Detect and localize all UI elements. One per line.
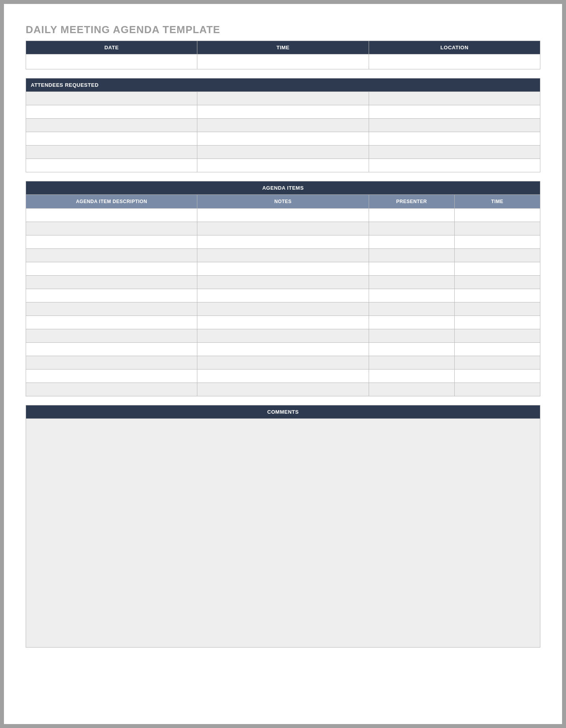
- agenda-cell-description[interactable]: [26, 289, 197, 302]
- agenda-cell-time[interactable]: [454, 235, 540, 249]
- agenda-cell-presenter[interactable]: [369, 356, 454, 370]
- agenda-cell-time[interactable]: [454, 316, 540, 329]
- attendees-cell[interactable]: [369, 92, 540, 105]
- attendees-row: [26, 92, 540, 105]
- agenda-cell-description[interactable]: [26, 249, 197, 262]
- agenda-cell-description[interactable]: [26, 383, 197, 396]
- attendees-cell[interactable]: [26, 132, 197, 146]
- agenda-cell-description[interactable]: [26, 235, 197, 249]
- agenda-cell-description[interactable]: [26, 356, 197, 370]
- attendees-cell[interactable]: [197, 132, 369, 146]
- agenda-cell-description[interactable]: [26, 262, 197, 276]
- location-field[interactable]: [369, 54, 540, 69]
- agenda-cell-notes[interactable]: [197, 370, 369, 383]
- attendees-cell[interactable]: [369, 159, 540, 172]
- attendees-header: ATTENDEES REQUESTED: [26, 78, 540, 91]
- agenda-col-notes: NOTES: [197, 195, 369, 209]
- attendees-cell[interactable]: [197, 119, 369, 132]
- agenda-cell-time[interactable]: [454, 302, 540, 316]
- agenda-row: [26, 235, 540, 249]
- agenda-cell-presenter[interactable]: [369, 235, 454, 249]
- agenda-cell-description[interactable]: [26, 370, 197, 383]
- agenda-row: [26, 262, 540, 276]
- agenda-cell-presenter[interactable]: [369, 302, 454, 316]
- agenda-cell-time[interactable]: [454, 262, 540, 276]
- location-header: LOCATION: [369, 41, 540, 54]
- agenda-cell-time[interactable]: [454, 222, 540, 235]
- agenda-row: [26, 249, 540, 262]
- attendees-cell[interactable]: [26, 105, 197, 119]
- attendees-cell[interactable]: [369, 132, 540, 146]
- time-header: TIME: [197, 41, 369, 54]
- agenda-cell-notes[interactable]: [197, 262, 369, 276]
- agenda-cell-time[interactable]: [454, 289, 540, 302]
- attendees-cell[interactable]: [369, 105, 540, 119]
- agenda-cell-presenter[interactable]: [369, 316, 454, 329]
- agenda-table: AGENDA ITEM DESCRIPTION NOTES PRESENTER …: [26, 194, 540, 396]
- agenda-cell-notes[interactable]: [197, 222, 369, 235]
- attendees-cell[interactable]: [197, 146, 369, 159]
- attendees-cell[interactable]: [26, 119, 197, 132]
- attendees-cell[interactable]: [26, 159, 197, 172]
- agenda-cell-description[interactable]: [26, 209, 197, 222]
- agenda-cell-presenter[interactable]: [369, 222, 454, 235]
- attendees-cell[interactable]: [26, 92, 197, 105]
- meta-table: DATE TIME LOCATION: [26, 41, 540, 69]
- agenda-row: [26, 289, 540, 302]
- agenda-cell-notes[interactable]: [197, 316, 369, 329]
- agenda-cell-notes[interactable]: [197, 276, 369, 289]
- date-header: DATE: [26, 41, 197, 54]
- agenda-cell-presenter[interactable]: [369, 209, 454, 222]
- agenda-cell-time[interactable]: [454, 209, 540, 222]
- time-field[interactable]: [197, 54, 369, 69]
- attendees-cell[interactable]: [197, 92, 369, 105]
- attendees-cell[interactable]: [197, 159, 369, 172]
- agenda-cell-description[interactable]: [26, 222, 197, 235]
- agenda-cell-notes[interactable]: [197, 249, 369, 262]
- agenda-cell-time[interactable]: [454, 329, 540, 343]
- agenda-cell-description[interactable]: [26, 343, 197, 356]
- agenda-cell-description[interactable]: [26, 302, 197, 316]
- agenda-cell-notes[interactable]: [197, 356, 369, 370]
- agenda-row: [26, 343, 540, 356]
- agenda-cell-time[interactable]: [454, 383, 540, 396]
- agenda-cell-time[interactable]: [454, 356, 540, 370]
- agenda-cell-time[interactable]: [454, 276, 540, 289]
- attendees-cell[interactable]: [369, 119, 540, 132]
- agenda-row: [26, 316, 540, 329]
- attendees-cell[interactable]: [26, 146, 197, 159]
- agenda-cell-presenter[interactable]: [369, 276, 454, 289]
- comments-field[interactable]: [26, 419, 540, 648]
- agenda-cell-presenter[interactable]: [369, 343, 454, 356]
- agenda-cell-presenter[interactable]: [369, 262, 454, 276]
- agenda-cell-notes[interactable]: [197, 235, 369, 249]
- agenda-cell-time[interactable]: [454, 249, 540, 262]
- attendees-cell[interactable]: [197, 105, 369, 119]
- agenda-cell-description[interactable]: [26, 276, 197, 289]
- agenda-cell-notes[interactable]: [197, 302, 369, 316]
- agenda-cell-description[interactable]: [26, 329, 197, 343]
- agenda-cell-presenter[interactable]: [369, 249, 454, 262]
- agenda-cell-presenter[interactable]: [369, 289, 454, 302]
- agenda-cell-notes[interactable]: [197, 383, 369, 396]
- agenda-col-time: TIME: [454, 195, 540, 209]
- agenda-row: [26, 276, 540, 289]
- agenda-cell-time[interactable]: [454, 370, 540, 383]
- agenda-cell-notes[interactable]: [197, 209, 369, 222]
- agenda-cell-description[interactable]: [26, 316, 197, 329]
- date-field[interactable]: [26, 54, 197, 69]
- agenda-col-presenter: PRESENTER: [369, 195, 454, 209]
- attendees-row: [26, 105, 540, 119]
- agenda-cell-time[interactable]: [454, 343, 540, 356]
- agenda-cell-notes[interactable]: [197, 329, 369, 343]
- agenda-row: [26, 302, 540, 316]
- agenda-header: AGENDA ITEMS: [26, 181, 540, 194]
- agenda-cell-notes[interactable]: [197, 289, 369, 302]
- agenda-cell-notes[interactable]: [197, 343, 369, 356]
- agenda-row: [26, 222, 540, 235]
- attendees-cell[interactable]: [369, 146, 540, 159]
- agenda-cell-presenter[interactable]: [369, 383, 454, 396]
- agenda-row: [26, 209, 540, 222]
- agenda-cell-presenter[interactable]: [369, 370, 454, 383]
- agenda-cell-presenter[interactable]: [369, 329, 454, 343]
